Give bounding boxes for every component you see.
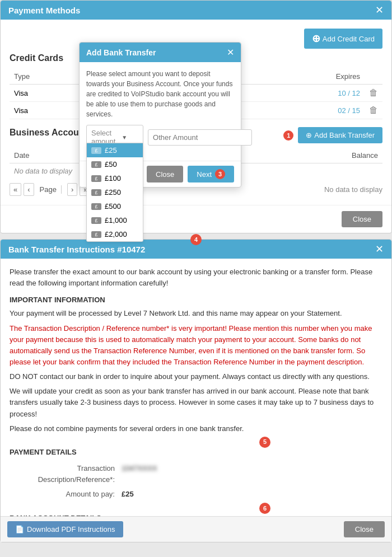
amount-option[interactable]: ££100	[87, 171, 143, 185]
popup-description: Please select amount you want to deposit…	[86, 69, 234, 119]
currency-icon: £	[91, 175, 101, 182]
bti-para3: We will update your credit as soon as yo…	[10, 386, 382, 419]
next-page-button[interactable]: ›	[67, 183, 77, 196]
bank-account-details-title: BANK ACCOUNT DETAILS	[10, 513, 382, 516]
bti-red-para: The Transaction Description / Reference …	[10, 323, 382, 368]
popup-next-button[interactable]: Next 3	[188, 166, 234, 182]
next-badge: 3	[215, 169, 225, 179]
plus-icon-bank: ⊕	[306, 131, 312, 139]
popup-header: Add Bank Transfer ✕	[80, 43, 241, 62]
payment-methods-title: Payment Methods	[8, 6, 80, 15]
bti-close-button[interactable]: ✕	[375, 244, 384, 254]
payment-methods-header: Payment Methods ✕	[1, 1, 391, 20]
download-pdf-button[interactable]: 📄 Download PDF Instructions	[7, 521, 123, 537]
payment-methods-close-footer-button[interactable]: Close	[342, 211, 382, 227]
add-bank-badge: 1	[283, 130, 293, 141]
currency-icon: £	[91, 217, 101, 224]
bti-important-title: IMPORTANT INFORMATION	[10, 294, 382, 306]
bti-badge: 4	[190, 234, 202, 245]
amount-option[interactable]: ££2,000	[87, 227, 143, 241]
other-amount-input[interactable]	[148, 129, 252, 146]
add-bank-transfer-popup: Add Bank Transfer ✕ Please select amount…	[79, 42, 241, 188]
bti-footer: 📄 Download PDF Instructions Close	[1, 516, 391, 542]
first-page-button[interactable]: «	[10, 183, 21, 196]
amount-row: Select amount... ▼ ££25££50££100££250££5…	[86, 125, 234, 149]
bti-title: Bank Transfer Instructions #10472	[8, 245, 145, 254]
col-balance: Balance	[242, 148, 382, 163]
page-label: Page	[40, 185, 62, 194]
chevron-down-icon: ▼	[122, 134, 127, 141]
add-credit-card-button[interactable]: ⊕ Add Credit Card	[304, 29, 382, 49]
payment-details-badge: 5	[259, 437, 270, 448]
business-account-title: Business Account	[10, 128, 87, 138]
amount-option[interactable]: ££1,000	[87, 213, 143, 227]
amount-option[interactable]: ££25	[87, 143, 143, 157]
currency-icon: £	[91, 231, 101, 238]
amount-option[interactable]: ££250	[87, 185, 143, 199]
payment-details-title: PAYMENT DETAILS	[10, 447, 382, 458]
delete-card-button[interactable]: 🗑	[369, 88, 378, 98]
plus-icon: ⊕	[312, 32, 320, 45]
payment-details-table: Transaction Description/Reference*: 1047…	[10, 461, 382, 502]
amount-select-wrapper: Select amount... ▼ ££25££50££100££250££5…	[86, 125, 143, 149]
amount-dropdown: ££25££50££100££250££500££1,000££2,000	[86, 143, 143, 242]
bti-close-footer-button[interactable]: Close	[344, 521, 385, 537]
amount-option[interactable]: ££50	[87, 157, 143, 171]
bti-header: Bank Transfer Instructions #10472 4 ✕	[1, 240, 391, 259]
add-bank-transfer-button[interactable]: ⊕ Add Bank Transfer	[298, 127, 382, 143]
delete-card-button[interactable]: 🗑	[369, 105, 378, 115]
currency-icon: £	[91, 161, 101, 168]
bti-para2: DO NOT contact our bank in order to inqu…	[10, 371, 382, 382]
bank-account-badge: 6	[259, 503, 270, 514]
payment-methods-body: ⊕ Add Credit Card Credit Cards Type Expi…	[1, 20, 391, 205]
popup-body: Please select amount you want to deposit…	[80, 62, 241, 161]
payment-methods-close-button[interactable]: ✕	[375, 5, 384, 15]
table-row: Transaction Description/Reference*: 1047…	[10, 461, 382, 487]
bti-para4: Please do not combine payments for sever…	[10, 423, 382, 434]
currency-icon: £	[91, 147, 101, 154]
bti-intro: Please transfer the exact amount to our …	[10, 266, 382, 289]
download-icon: 📄	[15, 525, 24, 533]
popup-close-button[interactable]: ✕	[227, 47, 234, 58]
bti-body: Please transfer the exact amount to our …	[1, 259, 391, 516]
currency-icon: £	[91, 203, 101, 210]
currency-icon: £	[91, 189, 101, 196]
popup-title: Add Bank Transfer	[86, 48, 156, 57]
prev-page-button[interactable]: ‹	[24, 183, 34, 196]
bti-para1: Your payment will be processed by Level …	[10, 308, 382, 319]
payment-methods-modal: Payment Methods ✕ ⊕ Add Credit Card Cred…	[0, 0, 392, 233]
pagination-no-data: No data to display	[324, 185, 382, 194]
table-row: Amount to pay: £25	[10, 487, 382, 502]
amount-option[interactable]: ££500	[87, 199, 143, 213]
bank-transfer-instructions-modal: Bank Transfer Instructions #10472 4 ✕ Pl…	[0, 239, 392, 542]
payment-methods-footer: Close	[1, 205, 391, 233]
popup-close-button-footer[interactable]: Close	[147, 166, 183, 182]
